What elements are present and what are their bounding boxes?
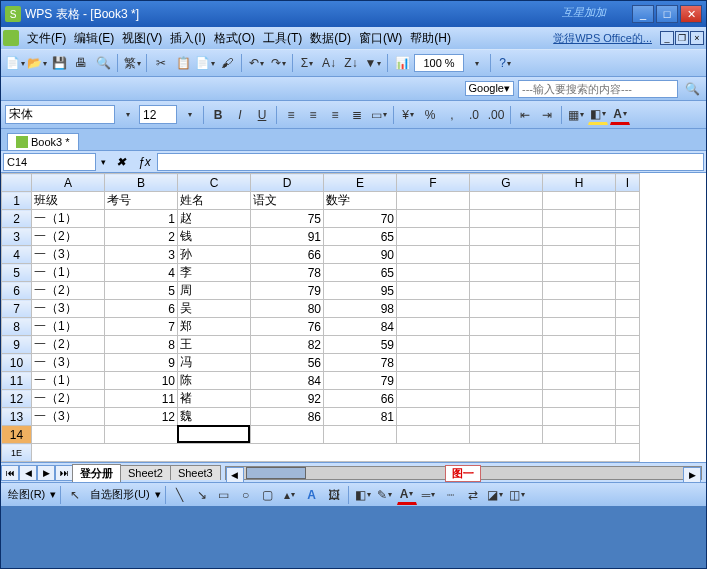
cell[interactable]: 吴 [178,300,251,318]
cell[interactable] [397,372,470,390]
cell[interactable] [616,282,640,300]
open-button[interactable]: 📂 [27,53,47,73]
cell[interactable]: 59 [324,336,397,354]
cell[interactable]: 5 [105,282,178,300]
cell[interactable] [616,318,640,336]
cell[interactable] [616,210,640,228]
cell[interactable] [543,210,616,228]
cell[interactable]: 一（3） [32,408,105,426]
cell[interactable] [397,390,470,408]
cell[interactable]: 75 [251,210,324,228]
col-header[interactable]: H [543,174,616,192]
font-name-box[interactable] [5,105,115,124]
draw-menu[interactable]: 绘图(R) [5,487,48,502]
cell[interactable]: 姓名 [178,192,251,210]
doc-restore-button[interactable]: ❐ [675,31,689,45]
cell[interactable] [470,408,543,426]
cell[interactable] [616,228,640,246]
cell[interactable] [616,336,640,354]
font-size-box[interactable] [139,105,177,124]
zoom-input[interactable] [414,54,464,72]
cell[interactable] [543,426,616,444]
row-header[interactable]: 7 [2,300,32,318]
cell[interactable]: 一（1） [32,372,105,390]
cell[interactable]: 郑 [178,318,251,336]
close-button[interactable]: ✕ [680,5,702,23]
menu-help[interactable]: 帮助(H) [406,30,455,47]
chart-button[interactable]: 📊 [392,53,412,73]
merge-button[interactable]: ▭ [369,105,389,125]
cell[interactable]: 98 [324,300,397,318]
promo-link[interactable]: 觉得WPS Office的... [553,31,656,46]
cell[interactable] [543,192,616,210]
cell[interactable]: 李 [178,264,251,282]
spreadsheet-grid[interactable]: A B C D E F G H I 1 班级 考号 姓名 语文 数学 2 一（1… [1,173,640,462]
cell[interactable] [616,390,640,408]
row-header[interactable]: 1 [2,192,32,210]
row-header[interactable]: 4 [2,246,32,264]
arrow-style-tool[interactable]: ⇄ [463,485,483,505]
menu-window[interactable]: 窗口(W) [355,30,406,47]
col-header[interactable]: A [32,174,105,192]
align-center-button[interactable]: ≡ [303,105,323,125]
row-header[interactable]: 6 [2,282,32,300]
sheet-first-button[interactable]: ⏮ [1,465,19,481]
cell[interactable] [397,210,470,228]
select-all-corner[interactable] [2,174,32,192]
row-header[interactable]: 14 [2,426,32,444]
arrow-tool[interactable]: ↘ [192,485,212,505]
row-header[interactable]: 3 [2,228,32,246]
sheet-tab[interactable]: Sheet2 [120,465,171,480]
save-button[interactable]: 💾 [49,53,69,73]
cell[interactable]: 3 [105,246,178,264]
3d-tool[interactable]: ◫ [507,485,527,505]
cell[interactable] [616,408,640,426]
cell[interactable] [397,426,470,444]
cell[interactable]: 76 [251,318,324,336]
cell[interactable] [470,372,543,390]
cell[interactable]: 95 [324,282,397,300]
borders-button[interactable]: ▦ [566,105,586,125]
cell[interactable]: 65 [324,264,397,282]
font-color-tool[interactable]: A [397,485,417,505]
cell[interactable]: 66 [324,390,397,408]
col-header[interactable]: I [616,174,640,192]
autosum-button[interactable]: Σ [297,53,317,73]
cell[interactable] [470,246,543,264]
trad-simp-button[interactable]: 繁 [122,53,142,73]
distributed-button[interactable]: ≣ [347,105,367,125]
format-painter-button[interactable]: 🖌 [217,53,237,73]
col-header[interactable]: C [178,174,251,192]
sheet-tab[interactable]: 登分册 [72,464,121,482]
cell[interactable]: 一（1） [32,264,105,282]
menu-view[interactable]: 视图(V) [118,30,166,47]
cancel-icon[interactable]: ✖ [110,155,132,169]
cell[interactable] [616,372,640,390]
doc-tab[interactable]: Book3 * [7,133,79,150]
cell[interactable]: 一（2） [32,228,105,246]
cell[interactable] [470,264,543,282]
cell[interactable]: 1 [105,210,178,228]
cell[interactable]: 10 [105,372,178,390]
cell[interactable] [470,354,543,372]
cell[interactable] [470,192,543,210]
col-header[interactable]: G [470,174,543,192]
oval-tool[interactable]: ○ [236,485,256,505]
cell[interactable] [616,426,640,444]
cell[interactable]: 冯 [178,354,251,372]
rect-tool[interactable]: ▭ [214,485,234,505]
paste-button[interactable]: 📄 [195,53,215,73]
col-header[interactable]: F [397,174,470,192]
cell[interactable]: 班级 [32,192,105,210]
inc-decimal-button[interactable]: .0 [464,105,484,125]
cell[interactable]: 钱 [178,228,251,246]
preview-button[interactable]: 🔍 [93,53,113,73]
comma-button[interactable]: , [442,105,462,125]
scroll-thumb[interactable] [246,467,306,479]
picture-tool[interactable]: 🖼 [324,485,344,505]
align-left-button[interactable]: ≡ [281,105,301,125]
cell[interactable]: 一（3） [32,246,105,264]
cell[interactable]: 数学 [324,192,397,210]
cell[interactable]: 81 [324,408,397,426]
fill-color-button[interactable]: ◧ [588,105,608,125]
